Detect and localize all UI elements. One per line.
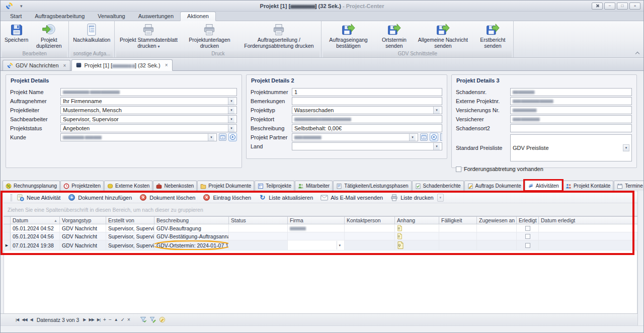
- combo-arrow-icon[interactable]: ▾: [623, 144, 629, 151]
- liste-drucken-button[interactable]: Liste drucken: [390, 194, 433, 201]
- schadensort2-input[interactable]: [510, 124, 632, 132]
- speichern-button[interactable]: Speichern: [2, 22, 31, 43]
- nachkalkulation-button[interactable]: Nachkalkulation: [70, 22, 113, 43]
- projekttyp-combo[interactable]: Wasserschaden▾: [292, 106, 442, 114]
- liste-aktualisieren-button[interactable]: ↻ Liste aktualisieren: [259, 194, 313, 201]
- nav-endedit-button[interactable]: ✓: [121, 317, 124, 322]
- tab-schadenberichte[interactable]: Schadenberichte: [412, 181, 464, 191]
- auftragserteilung-drucken-button[interactable]: Auftragserteilung / Forderungsabtretung …: [238, 22, 319, 49]
- table-row-selected[interactable]: ▶ 07.01.2024 19:38 GDV Nachricht Supervi…: [4, 240, 637, 251]
- filter-icon[interactable]: [140, 316, 146, 323]
- nav-last-button[interactable]: ▶|: [97, 317, 100, 322]
- combo-arrow-icon[interactable]: ▾: [228, 98, 234, 105]
- partner-lookup-button[interactable]: [420, 133, 428, 141]
- combo-arrow-icon[interactable]: ▾: [228, 107, 234, 114]
- cell-combo-arrow-icon[interactable]: ▾: [337, 241, 342, 249]
- tab-taetigkeiten[interactable]: Tätigkeiten/Leistungsphasen: [333, 181, 411, 191]
- auftragseingang-bestaetigen-button[interactable]: Auftragseingang bestätigen: [323, 22, 373, 49]
- nav-prev-page-button[interactable]: ◀◀: [22, 317, 27, 322]
- restore-button[interactable]: □: [617, 3, 628, 10]
- nav-delete-button[interactable]: −: [109, 317, 111, 322]
- tab-teilprojekte[interactable]: Teilprojekte: [255, 181, 294, 191]
- externe-projektnr-input[interactable]: ▆▆▆ ▆▆▆▆▆▆▆ ▆▆▆▆▆: [510, 97, 632, 105]
- standard-preisliste-combo[interactable]: GDV Preisliste▾: [510, 134, 632, 161]
- attachment-icon[interactable]: [397, 241, 404, 249]
- projekt-name-input[interactable]: ▆▆▆▆▆▆▆▆▆▆, ▆▆▆▆ ▆▆▆▆▆▆▆: [60, 88, 237, 96]
- tab-projekt-dokumente[interactable]: Projekt Dokumente: [197, 181, 254, 191]
- ribbon-tab-verwaltung[interactable]: Verwaltung: [91, 12, 131, 21]
- combo-arrow-icon[interactable]: ▾: [433, 143, 440, 150]
- ribbon-collapse-icon[interactable]: [635, 51, 639, 55]
- eintrag-loeschen-button[interactable]: × Eintrag löschen: [203, 194, 251, 201]
- combo-arrow-icon[interactable]: ▾: [433, 107, 440, 114]
- ribbon-tab-auswertungen[interactable]: Auswertungen: [132, 12, 180, 21]
- kunde-lookup-button[interactable]: [219, 133, 226, 141]
- ortstermin-senden-button[interactable]: Ortstermin senden: [376, 22, 412, 49]
- group-by-bar[interactable]: Ziehen Sie eine Spaltenüberschrift in di…: [4, 203, 637, 216]
- quick-access-dropdown-icon[interactable]: ▾: [20, 4, 23, 9]
- tab-mitarbeiter[interactable]: Mitarbeiter: [295, 181, 333, 191]
- column-header-vorgangstyp[interactable]: Vorgangstyp: [60, 217, 106, 224]
- stammdatenblatt-drucken-button[interactable]: Projekt Stammdatenblatt drucken ▾: [116, 22, 181, 49]
- column-header-zugewiesen-an[interactable]: Zugewiesen an: [477, 217, 517, 224]
- tab-termine[interactable]: Termine: [614, 181, 644, 191]
- close-button[interactable]: ×: [629, 3, 640, 10]
- bemerkungen-input[interactable]: [292, 97, 442, 105]
- attachment-icon[interactable]: [397, 225, 403, 231]
- dokument-loeschen-button[interactable]: × Dokument löschen: [139, 194, 195, 201]
- combo-arrow-icon[interactable]: ▾: [409, 134, 416, 141]
- attachment-icon[interactable]: [397, 233, 403, 239]
- sachbearbeiter-combo[interactable]: Supervisor, Supervisor▾: [60, 115, 237, 123]
- ribbon-tab-auftragsbearbeitung[interactable]: Auftragsbearbeitung: [28, 12, 91, 21]
- nav-append-button[interactable]: +: [103, 317, 106, 322]
- table-row[interactable]: 05.01.2024 04:52 GDV Nachricht Superviso…: [4, 224, 637, 232]
- als-email-versenden-button[interactable]: Als E-Mail versenden: [320, 194, 383, 201]
- liste-drucken-dropdown-icon[interactable]: ▾: [437, 194, 444, 202]
- doc-tab-projekt[interactable]: Projekt [1] [▆▆▆▆▆▆ ▆, ▆] (32 Sek.) ×: [71, 59, 172, 71]
- projektstatus-combo[interactable]: Angeboten▾: [60, 124, 237, 132]
- forderungsabtretung-checkbox[interactable]: [456, 166, 461, 172]
- grid-empty-area[interactable]: [4, 251, 637, 313]
- toolbar-grip[interactable]: [11, 194, 12, 201]
- projektunterlagen-drucken-button[interactable]: Projektunterlagen drucken: [184, 22, 235, 49]
- allgemeine-nachricht-senden-button[interactable]: Allgemeine Nachricht senden: [415, 22, 471, 49]
- versicherungs-nr-input[interactable]: ▆▆▆▆▆▆▆▆▆: [510, 106, 632, 114]
- column-header-firma[interactable]: Firma: [288, 217, 345, 224]
- nav-first-button[interactable]: |◀: [16, 317, 19, 322]
- dokument-hinzufuegen-button[interactable]: + Dokument hinzufügen: [68, 194, 132, 201]
- edit-badge-icon[interactable]: [159, 316, 166, 323]
- column-header-datum[interactable]: Datum▲: [11, 217, 60, 224]
- column-header-status[interactable]: Status: [229, 217, 288, 224]
- projektnummer-input[interactable]: 1: [292, 88, 442, 96]
- table-row[interactable]: 05.01.2024 04:56 GDV Nachricht Superviso…: [4, 232, 637, 240]
- tab-projekt-kontakte[interactable]: Projekt Kontakte: [562, 181, 613, 191]
- column-header-faelligkeit[interactable]: Fälligkeit: [439, 217, 477, 224]
- land-combo[interactable]: ▾: [292, 142, 442, 150]
- tab-nebenkosten[interactable]: Nebenkosten: [153, 181, 197, 191]
- erledigt-checkbox[interactable]: [525, 234, 530, 239]
- auftragnehmer-combo[interactable]: Ihr Firmenname▾: [60, 97, 237, 105]
- filter-edit-icon[interactable]: [149, 316, 156, 323]
- tab-externe-kosten[interactable]: Externe Kosten: [104, 181, 152, 191]
- kunde-combo[interactable]: ▆▆▆▆▆▆▆▆, ▆▆▆ ▆▆▆▾: [60, 133, 217, 141]
- erstbericht-senden-button[interactable]: Erstbericht senden: [473, 22, 512, 49]
- schadensnr-input[interactable]: ▆▆ ▆▆▆▆▆▆: [510, 88, 632, 96]
- projektleiter-combo[interactable]: Mustermensch, Mensch▾: [60, 106, 237, 114]
- window-style-button[interactable]: [592, 3, 603, 10]
- nav-cancel-button[interactable]: ×: [127, 317, 130, 322]
- column-header-beschreibung[interactable]: Beschreibung: [154, 217, 229, 224]
- nav-edit-button[interactable]: ▲: [114, 317, 118, 322]
- tab-close-icon[interactable]: ×: [63, 63, 66, 68]
- firma-inline-editor[interactable]: ▾: [288, 240, 345, 250]
- partner-add-button[interactable]: [430, 133, 438, 141]
- combo-arrow-icon[interactable]: ▾: [228, 116, 234, 123]
- projekt-duplizieren-button[interactable]: Projekt duplizieren: [31, 22, 67, 49]
- tab-projektzeiten[interactable]: Projektzeiten: [60, 181, 104, 191]
- minimize-button[interactable]: −: [604, 3, 615, 10]
- erledigt-checkbox[interactable]: [525, 243, 530, 248]
- projektort-input[interactable]: ▆▆▆▆▆▆▆▆▆ ▆ ▆▆▆▆ ▆▆▆▆▆▆▆: [292, 115, 442, 123]
- versicherer-input[interactable]: ▆▆▆ ▆▆▆▆▆▆▆: [510, 115, 632, 123]
- tab-aktivitaeten[interactable]: Aktivitäten: [525, 180, 562, 191]
- tab-auftrags-dokumente[interactable]: Auftrags Dokumente: [464, 181, 524, 191]
- ribbon-tab-start[interactable]: Start: [4, 12, 28, 21]
